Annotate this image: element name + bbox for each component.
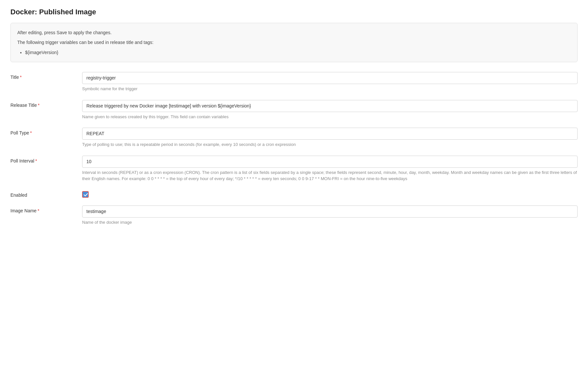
poll-interval-required: * [35, 158, 37, 163]
title-hint: Symbolic name for the trigger [82, 86, 578, 92]
release-title-row: Release Title* Name given to releases cr… [10, 100, 578, 120]
image-name-input[interactable] [82, 205, 578, 218]
enabled-checkbox-wrapper [82, 190, 578, 198]
image-name-required: * [37, 208, 39, 213]
enabled-checkbox-container[interactable] [82, 191, 89, 198]
poll-type-input[interactable] [82, 128, 578, 140]
title-field: Symbolic name for the trigger [82, 72, 578, 92]
image-name-row: Image Name* Name of the docker image [10, 205, 578, 226]
info-box: After editing, press Save to apply the c… [10, 23, 578, 62]
enabled-label: Enabled [10, 190, 82, 198]
enabled-row: Enabled [10, 190, 578, 198]
poll-interval-field: Interval in seconds (REPEAT) or as a cro… [82, 156, 578, 182]
title-input[interactable] [82, 72, 578, 84]
poll-type-hint: Type of polling to use; this is a repeat… [82, 141, 578, 148]
release-title-label: Release Title* [10, 100, 82, 108]
poll-interval-row: Poll Interval* Interval in seconds (REPE… [10, 156, 578, 182]
poll-type-required: * [30, 130, 32, 135]
page-title: Docker: Published Image [10, 8, 578, 16]
image-name-field: Name of the docker image [82, 205, 578, 226]
enabled-field [82, 190, 578, 198]
info-variable: ${imageVersion} [25, 49, 571, 56]
info-line2: The following trigger variables can be u… [17, 39, 571, 46]
image-name-label: Image Name* [10, 205, 82, 213]
title-required: * [20, 75, 22, 80]
poll-interval-input[interactable] [82, 156, 578, 168]
title-row: Title* Symbolic name for the trigger [10, 72, 578, 92]
title-label: Title* [10, 72, 82, 80]
poll-type-label: Poll Type* [10, 128, 82, 135]
poll-type-field: Type of polling to use; this is a repeat… [82, 128, 578, 148]
info-line1: After editing, press Save to apply the c… [17, 29, 571, 36]
poll-interval-label: Poll Interval* [10, 156, 82, 163]
release-title-input[interactable] [82, 100, 578, 112]
release-title-field: Name given to releases created by this t… [82, 100, 578, 120]
release-title-required: * [38, 103, 39, 108]
poll-type-row: Poll Type* Type of polling to use; this … [10, 128, 578, 148]
image-name-hint: Name of the docker image [82, 219, 578, 226]
poll-interval-hint: Interval in seconds (REPEAT) or as a cro… [82, 169, 578, 182]
release-title-hint: Name given to releases created by this t… [82, 114, 578, 120]
